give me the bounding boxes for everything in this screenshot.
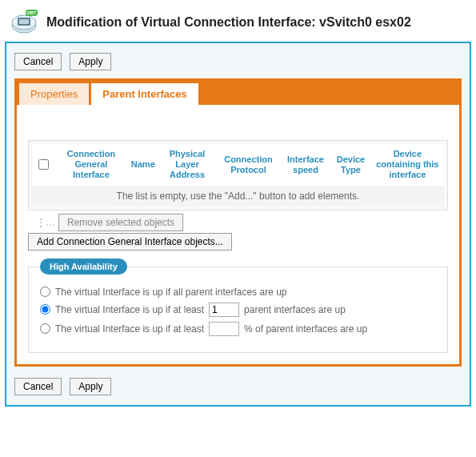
empty-row: The list is empty, use the "Add..." butt… (32, 186, 444, 206)
below-table-actions: ⋮… Remove selected objects Add Connectio… (28, 214, 448, 251)
tabs-header: Properties Parent Interfaces (17, 81, 459, 105)
virt-icon: VIRT (10, 8, 38, 37)
select-all-checkbox[interactable] (38, 159, 49, 170)
col-interface-speed[interactable]: Interface speed (281, 144, 331, 186)
bottom-button-row: Cancel Apply (14, 378, 462, 395)
tab-parent-interfaces[interactable]: Parent Interfaces (91, 83, 198, 105)
ha-percent-input[interactable] (209, 322, 239, 336)
ha-opt2-prefix: The virtual Interface is up if at least (55, 304, 204, 315)
add-objects-button[interactable]: Add Connection General Interface objects… (28, 233, 232, 251)
table-wrap: Connection General Interface Name Physic… (28, 140, 448, 210)
apply-button-bottom[interactable]: Apply (70, 378, 111, 395)
tree-connector-icon: ⋮… (36, 217, 55, 228)
ha-opt2-suffix: parent interfaces are up (244, 304, 346, 315)
ha-option-atleast-count[interactable]: The virtual Interface is up if at least … (40, 303, 436, 317)
cancel-button-bottom[interactable]: Cancel (14, 378, 62, 395)
interfaces-table: Connection General Interface Name Physic… (32, 144, 444, 206)
page-title: Modification of Virtual Connection Inter… (46, 15, 411, 30)
ha-option-all-label: The virtual Interface is up if all paren… (55, 287, 286, 298)
empty-message: The list is empty, use the "Add..." butt… (32, 186, 444, 206)
col-connection-protocol[interactable]: Connection Protocol (216, 144, 280, 186)
cancel-button-top[interactable]: Cancel (14, 53, 62, 70)
tab-content: Connection General Interface Name Physic… (17, 105, 459, 364)
apply-button-top[interactable]: Apply (70, 53, 111, 70)
svg-text:VIRT: VIRT (26, 10, 35, 15)
ha-option-atleast-percent[interactable]: The virtual Interface is up if at least … (40, 322, 436, 336)
ha-title-badge: High Availability (40, 259, 127, 275)
top-button-row: Cancel Apply (14, 53, 462, 70)
high-availability-section: High Availability The virtual Interface … (28, 267, 448, 353)
ha-option-all[interactable]: The virtual Interface is up if all paren… (40, 287, 436, 298)
col-device-type[interactable]: Device Type (330, 144, 370, 186)
col-name[interactable]: Name (128, 144, 158, 186)
tabs-container: Properties Parent Interfaces Connection … (14, 78, 462, 367)
col-connection-general-interface[interactable]: Connection General Interface (54, 144, 128, 186)
ha-radio-atleast-count[interactable] (40, 304, 50, 315)
ha-count-input[interactable] (209, 303, 239, 317)
remove-selected-button[interactable]: Remove selected objects (58, 214, 183, 231)
ha-opt3-suffix: % of parent interfaces are up (244, 323, 367, 335)
ha-opt3-prefix: The virtual Interface is up if at least (55, 323, 204, 335)
ha-radio-all[interactable] (40, 287, 50, 297)
window-header: VIRT Modification of Virtual Connection … (0, 0, 476, 42)
col-device-containing[interactable]: Device containing this interface (371, 144, 444, 186)
select-all-header[interactable] (32, 144, 54, 186)
main-frame: Cancel Apply Properties Parent Interface… (5, 42, 471, 407)
svg-rect-3 (19, 19, 29, 24)
col-physical-layer-address[interactable]: Physical Layer Address (158, 144, 216, 186)
tab-properties[interactable]: Properties (19, 83, 89, 105)
ha-radio-atleast-percent[interactable] (40, 323, 50, 334)
